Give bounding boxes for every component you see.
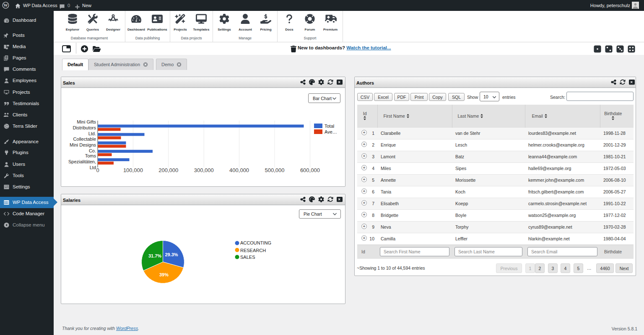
svg-text:W: W [3,3,8,8]
svg-text:Co.: Co. [89,148,96,153]
svg-text:Distributors: Distributors [73,125,96,130]
svg-text:200,000: 200,000 [158,167,178,173]
svg-text:Mini Gifts: Mini Gifts [77,119,96,124]
svg-text:Total: Total [325,124,334,129]
svg-text:Collectable: Collectable [73,137,96,142]
svg-text:39%: 39% [159,272,169,277]
svg-text:Ave…: Ave… [325,129,337,134]
svg-text:Mini Designs: Mini Designs [70,142,96,147]
svg-text:0: 0 [96,167,99,173]
svg-text:Ltd.: Ltd. [88,131,96,136]
svg-text:400,000: 400,000 [229,167,249,173]
svg-text:500,000: 500,000 [265,167,285,173]
svg-text:29.3%: 29.3% [165,252,178,257]
svg-text:100,000: 100,000 [123,167,143,173]
svg-text:ACCOUNTING: ACCOUNTING [240,240,271,245]
svg-text:Ltd: Ltd [90,165,96,170]
svg-text:SALES: SALES [240,255,255,260]
svg-text:Spezialitäten,: Spezialitäten, [68,159,96,164]
svg-text:RESEARCH: RESEARCH [240,248,266,253]
svg-text:Toms: Toms [85,153,96,158]
svg-text:300,000: 300,000 [194,167,214,173]
svg-text:31.7%: 31.7% [148,253,161,258]
svg-text:600,000: 600,000 [300,167,320,173]
